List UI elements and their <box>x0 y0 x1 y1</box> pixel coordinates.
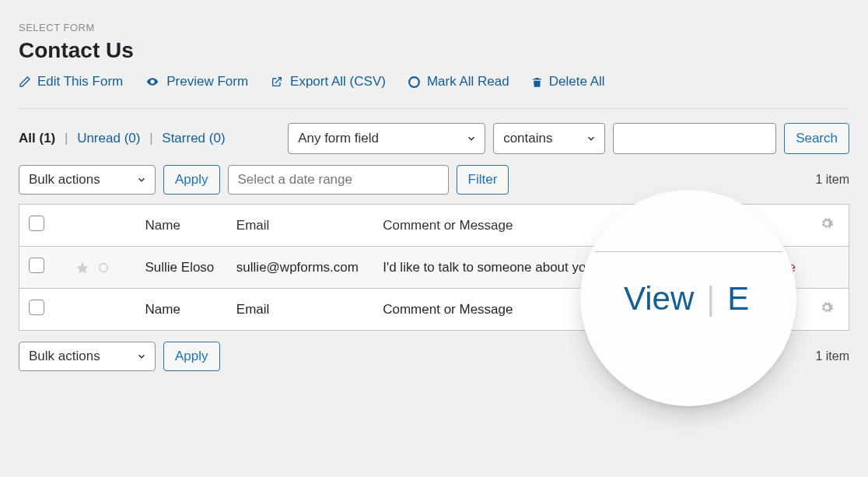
select-all-checkbox-top[interactable] <box>29 216 44 231</box>
magnifier-edit-text: E <box>727 280 749 317</box>
circle-icon <box>408 75 421 89</box>
item-count-top: 1 item <box>815 173 849 187</box>
export-csv-link[interactable]: Export All (CSV) <box>270 74 386 89</box>
search-value-input[interactable] <box>613 123 776 154</box>
apply-button-top[interactable]: Apply <box>163 165 220 195</box>
edit-form-label: Edit This Form <box>37 74 123 89</box>
export-csv-label: Export All (CSV) <box>290 74 386 89</box>
form-field-select[interactable]: Any form field <box>288 123 485 154</box>
svg-point-1 <box>409 77 419 87</box>
filter-row-bulk: Bulk actions Apply Filter 1 item <box>19 165 849 195</box>
col-footer-email[interactable]: Email <box>227 289 373 331</box>
gear-icon[interactable] <box>820 300 834 314</box>
filter-all[interactable]: All (1) <box>19 131 55 146</box>
action-bar: Edit This Form Preview Form Export All (… <box>19 74 849 89</box>
search-button[interactable]: Search <box>784 123 849 154</box>
pencil-icon <box>19 75 31 88</box>
read-status-icon[interactable] <box>97 261 110 274</box>
edit-form-link[interactable]: Edit This Form <box>19 74 123 89</box>
apply-button-bottom[interactable]: Apply <box>163 342 220 371</box>
svg-point-2 <box>99 263 107 272</box>
cell-name: Sullie Eloso <box>136 247 227 289</box>
status-filters: All (1) | Unread (0) | Starred (0) <box>19 131 226 146</box>
chevron-down-icon <box>136 351 147 362</box>
gear-icon[interactable] <box>820 216 834 230</box>
bulk-actions-value-bottom: Bulk actions <box>29 349 100 364</box>
trash-icon <box>531 75 543 89</box>
bulk-actions-select-bottom[interactable]: Bulk actions <box>19 342 156 371</box>
bulk-actions-select-top[interactable]: Bulk actions <box>19 165 156 195</box>
delete-all-label: Delete All <box>549 74 605 89</box>
filter-button[interactable]: Filter <box>457 165 509 195</box>
bulk-actions-value: Bulk actions <box>29 172 100 188</box>
chevron-down-icon <box>136 174 147 185</box>
eye-icon <box>145 75 160 88</box>
mark-all-read-label: Mark All Read <box>427 74 509 89</box>
page-title: Contact Us <box>19 38 849 63</box>
star-icon[interactable] <box>75 261 89 275</box>
select-all-checkbox-bottom[interactable] <box>29 300 44 315</box>
select-form-label: SELECT FORM <box>19 22 849 33</box>
chevron-down-icon <box>586 133 597 144</box>
form-field-select-value: Any form field <box>298 131 379 146</box>
filter-unread[interactable]: Unread (0) <box>77 131 140 146</box>
row-checkbox[interactable] <box>29 258 44 273</box>
condition-select-value: contains <box>503 131 552 146</box>
magnifier-callout: View | E <box>583 193 793 403</box>
cell-email: sullie@wpforms.com <box>227 247 373 289</box>
filter-row-status: All (1) | Unread (0) | Starred (0) Any f… <box>19 123 849 154</box>
filter-starred[interactable]: Starred (0) <box>162 131 225 146</box>
chevron-down-icon <box>466 133 477 144</box>
col-header-name[interactable]: Name <box>136 205 227 247</box>
col-header-email[interactable]: Email <box>227 205 373 247</box>
delete-all-link[interactable]: Delete All <box>531 74 605 89</box>
magnifier-view-text: View <box>624 280 694 317</box>
condition-select[interactable]: contains <box>493 123 605 154</box>
item-count-bottom: 1 item <box>815 349 849 363</box>
col-footer-name[interactable]: Name <box>136 289 227 331</box>
mark-all-read-link[interactable]: Mark All Read <box>408 74 509 89</box>
export-icon <box>270 75 284 88</box>
preview-form-label: Preview Form <box>166 74 248 89</box>
preview-form-link[interactable]: Preview Form <box>145 74 248 89</box>
date-range-input[interactable] <box>228 165 449 195</box>
svg-point-0 <box>152 81 154 83</box>
